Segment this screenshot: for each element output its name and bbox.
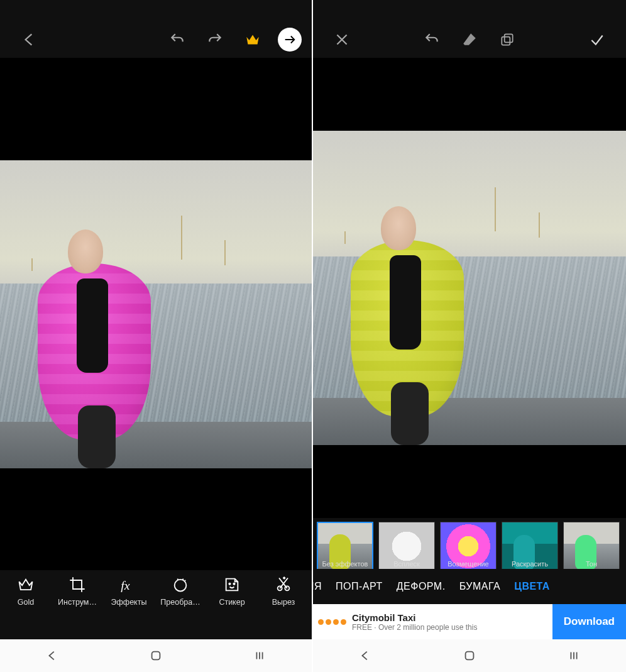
system-nav-bar — [0, 639, 312, 672]
nav-back-button[interactable] — [349, 649, 381, 663]
top-toolbar — [0, 21, 312, 58]
nav-recents-button[interactable] — [244, 649, 275, 663]
effect-thumbnails: Без эффектов Всплеск Возмещение Раскраси… — [313, 518, 626, 569]
spacer — [0, 609, 312, 639]
top-toolbar — [313, 21, 626, 58]
svg-rect-6 — [152, 652, 160, 660]
image-canvas[interactable] — [313, 58, 626, 518]
tool-cutout[interactable]: Вырез — [258, 575, 309, 607]
tool-label: Преобра… — [160, 598, 200, 607]
category-tab-popart[interactable]: ПОП-АРТ — [336, 581, 383, 592]
bottom-tool-row: Gold Инструм… fx Эффекты Преобра… Стикер… — [0, 570, 312, 609]
tool-effects[interactable]: fx Эффекты — [103, 575, 155, 607]
close-button[interactable] — [331, 28, 353, 51]
tool-label: Стикер — [219, 598, 244, 607]
thumb-label: Раскрасить — [502, 560, 558, 568]
effect-thumb-replace[interactable]: Возмещение — [440, 522, 497, 568]
effect-category-tabs: ИЯ ПОП-АРТ ДЕФОРМ. БУМАГА ЦВЕТА — [313, 569, 626, 604]
edited-photo — [0, 160, 312, 468]
category-tab-paper[interactable]: БУМАГА — [459, 581, 501, 592]
svg-rect-9 — [466, 652, 474, 660]
effect-thumb-colorize[interactable]: Раскрасить — [502, 522, 558, 568]
system-nav-bar — [313, 639, 626, 672]
nav-back-button[interactable] — [36, 649, 68, 663]
tool-label: Вырез — [272, 598, 295, 607]
undo-button[interactable] — [420, 28, 443, 51]
layers-button[interactable] — [496, 28, 519, 51]
status-bar — [0, 0, 312, 21]
tool-label: Инструм… — [58, 598, 97, 607]
edited-photo — [313, 131, 626, 445]
svg-rect-7 — [502, 37, 510, 45]
nav-home-button[interactable] — [454, 649, 485, 663]
tool-gold[interactable]: Gold — [0, 575, 52, 607]
tool-label: Эффекты — [111, 598, 147, 607]
svg-point-3 — [233, 583, 234, 585]
category-tab-colors[interactable]: ЦВЕТА — [514, 581, 550, 592]
effect-thumb-splash[interactable]: Всплеск — [378, 522, 435, 568]
ad-title: Citymobil Taxi — [352, 612, 552, 623]
thumb-label: Всплеск — [378, 560, 435, 568]
nav-home-button[interactable] — [140, 649, 172, 663]
category-tab[interactable]: ИЯ — [313, 581, 322, 592]
ad-app-icon — [317, 607, 347, 637]
effect-thumb-none[interactable]: Без эффектов — [317, 522, 373, 568]
fx-icon: fx — [119, 575, 138, 594]
svg-text:fx: fx — [121, 578, 130, 592]
crop-icon — [68, 575, 87, 594]
tool-beautify[interactable]: Преобра… — [155, 575, 206, 607]
sticker-icon — [222, 575, 241, 594]
tool-text[interactable]: Те — [309, 575, 312, 607]
editor-main-panel: Gold Инструм… fx Эффекты Преобра… Стикер… — [0, 0, 313, 672]
category-tab-distort[interactable]: ДЕФОРМ. — [397, 581, 446, 592]
effect-thumb-tone[interactable]: Тон — [563, 522, 620, 568]
next-button[interactable] — [278, 28, 302, 52]
back-button[interactable] — [18, 28, 40, 51]
crown-icon — [16, 575, 35, 594]
tool-label: Gold — [18, 598, 34, 607]
svg-rect-8 — [505, 34, 513, 42]
image-canvas[interactable] — [0, 58, 312, 570]
cutout-icon — [274, 575, 293, 594]
ad-subtitle: FREE · Over 2 million people use this — [352, 623, 552, 632]
beautify-icon — [171, 575, 190, 594]
status-bar — [313, 0, 626, 21]
tool-sticker[interactable]: Стикер — [206, 575, 258, 607]
eraser-button[interactable] — [458, 28, 481, 51]
thumb-label: Тон — [563, 560, 620, 568]
ad-text: Citymobil Taxi FREE · Over 2 million peo… — [347, 612, 552, 632]
ad-download-button[interactable]: Download — [552, 604, 626, 639]
editor-effects-panel: Без эффектов Всплеск Возмещение Раскраси… — [313, 0, 626, 672]
nav-recents-button[interactable] — [558, 649, 590, 663]
svg-point-1 — [175, 580, 187, 592]
apply-checkmark-button[interactable] — [586, 28, 608, 51]
thumb-label: Без эффектов — [317, 560, 373, 568]
undo-button[interactable] — [166, 28, 189, 51]
redo-button[interactable] — [204, 28, 226, 51]
ad-banner[interactable]: Citymobil Taxi FREE · Over 2 million peo… — [313, 604, 626, 639]
thumb-label: Возмещение — [440, 560, 497, 568]
premium-crown-icon[interactable] — [241, 28, 264, 51]
tool-instruments[interactable]: Инструм… — [52, 575, 103, 607]
svg-point-2 — [229, 583, 230, 585]
